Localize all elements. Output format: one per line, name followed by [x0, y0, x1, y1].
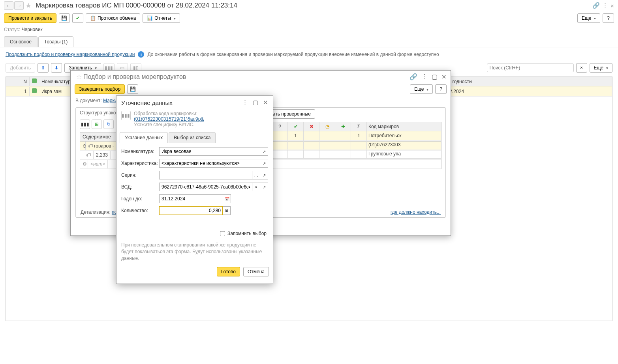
reports-dropdown[interactable]: 📊Отчеты [143, 13, 180, 23]
cell-expiry: 31.12.2024 [438, 87, 612, 96]
search-clear[interactable]: × [576, 63, 587, 73]
dialog-maximize-icon[interactable]: ▢ [432, 73, 438, 80]
move-down-button[interactable]: ⬇ [51, 63, 62, 73]
select-series-button[interactable]: … [252, 171, 260, 179]
rt-code: Потребительск [367, 131, 441, 140]
cancel-button[interactable]: Отмена [243, 267, 269, 276]
input-vsd[interactable] [159, 183, 252, 191]
x-icon: ✖ [310, 124, 314, 129]
doc-label: В документ: [75, 98, 102, 103]
detail-label: Детализация: [81, 209, 111, 215]
continue-scan-link[interactable]: Продолжить подбор и проверку маркированн… [6, 52, 135, 57]
post-button[interactable]: ✔ [72, 13, 83, 23]
expand-icon-btn[interactable]: ⊞ [92, 119, 102, 129]
input-series[interactable] [159, 171, 252, 179]
note-text: При последовательном сканировании такой … [116, 240, 273, 263]
info-text: До окончания работы в форме сканирования… [147, 52, 439, 57]
dialog-save-button[interactable]: 💾 [127, 84, 138, 94]
rt-code: (01)076223003 [367, 140, 441, 149]
close-icon[interactable]: × [610, 2, 614, 9]
m2-kebab-icon[interactable]: ⋮ [242, 99, 248, 106]
input-expiry-date[interactable] [159, 194, 223, 203]
remember-checkbox[interactable] [220, 231, 225, 236]
rt-col-x[interactable]: ✖ [304, 122, 319, 131]
tab-main[interactable]: Основное [4, 36, 38, 47]
dialog-more-button[interactable]: Еще [410, 84, 433, 94]
label-nomen: Номенклатура: [121, 149, 159, 154]
rt-row[interactable]: Групповые упа [272, 149, 441, 159]
doc-link[interactable]: Марки [103, 98, 117, 103]
nav-forward[interactable]: → [14, 1, 24, 10]
save-icon: 💾 [130, 86, 136, 92]
m2-maximize-icon[interactable]: ▢ [253, 99, 258, 106]
label-series: Серия: [121, 172, 159, 178]
rt-code: Групповые упа [367, 149, 441, 158]
post-icon: ✔ [76, 15, 80, 21]
arrow-left-icon: ← [6, 3, 11, 9]
sigma-icon: Σ [357, 124, 360, 129]
finish-selection-button[interactable]: Завершить подбор [75, 84, 125, 94]
cell-n: 1 [6, 87, 30, 96]
dialog-title: Подбор и проверка морепродуктов [83, 73, 186, 80]
m2-close-icon[interactable]: ✕ [263, 99, 268, 106]
marking-code-link[interactable]: (01)07622300315719(21)5au9p& [134, 116, 204, 122]
label-char: Характеристика: [121, 161, 159, 166]
open-series-button[interactable]: ↗ [260, 171, 268, 179]
link-icon[interactable]: 🔗 [592, 2, 600, 9]
gear-icon: ⚙ [83, 161, 87, 167]
rt-row[interactable]: (01)076223003 [272, 140, 441, 149]
hint-text-1: Обработка кода маркировки: [134, 111, 197, 116]
rt-col-pie[interactable]: ◔ [319, 122, 335, 131]
col-expiry[interactable]: Срок годности [438, 77, 612, 86]
calculator-icon: 🖩 [225, 209, 229, 213]
dialog-close-icon[interactable]: ✕ [441, 73, 447, 80]
detail-link-2[interactable]: где должно находить... [391, 209, 441, 215]
move-up-button[interactable]: ⬆ [38, 63, 49, 73]
kebab-icon[interactable]: ⋮ [602, 2, 608, 9]
grid-more-button[interactable]: Еще [590, 63, 612, 73]
dropdown-vsd-button[interactable]: ▾ [252, 183, 260, 191]
rt-col-sigma[interactable]: Σ [351, 122, 367, 131]
dialog-link-icon[interactable]: 🔗 [409, 73, 417, 80]
pie-icon: ◔ [325, 124, 329, 129]
report-icon: 📊 [147, 15, 153, 21]
rt-col-q[interactable]: ? [272, 122, 288, 131]
col-n[interactable]: N [6, 77, 30, 86]
dialog-help-button[interactable]: ? [435, 84, 447, 94]
open-nomen-button[interactable]: ↗ [260, 147, 268, 156]
post-and-close-button[interactable]: Провести и закрыть [4, 13, 56, 23]
arrow-up-icon: ⬆ [41, 65, 45, 71]
more-button[interactable]: Еще [577, 13, 600, 23]
dialog-kebab-icon[interactable]: ⋮ [421, 73, 428, 80]
calendar-icon: 📅 [225, 197, 229, 201]
barcode-icon-btn[interactable]: ▮▮▮ [80, 119, 90, 129]
col-status-icon[interactable] [30, 77, 39, 86]
tab-specify-data[interactable]: Указание данных [120, 132, 168, 143]
dialog-star-icon[interactable]: ☆ [76, 73, 82, 80]
tree-label: товаров - [91, 142, 117, 150]
input-char[interactable] [159, 159, 260, 168]
input-quantity[interactable] [159, 206, 223, 215]
save-button[interactable]: 💾 [59, 13, 70, 23]
input-nomen[interactable] [159, 147, 260, 156]
rt-col-plus[interactable]: ✚ [335, 122, 351, 131]
sub-head-content[interactable]: Содержимое [80, 133, 114, 141]
open-vsd-button[interactable]: ↗ [260, 183, 268, 191]
search-input[interactable] [487, 63, 574, 72]
rt-col-check[interactable]: ✔ [288, 122, 304, 131]
calendar-button[interactable]: 📅 [223, 194, 231, 203]
calculator-button[interactable]: 🖩 [223, 206, 231, 215]
help-button[interactable]: ? [603, 13, 614, 23]
open-char-button[interactable]: ↗ [260, 159, 268, 168]
refresh-icon-btn[interactable]: ↻ [103, 119, 114, 129]
tab-select-from-list[interactable]: Выбор из списка [169, 132, 216, 143]
tab-goods[interactable]: Товары (1) [38, 36, 73, 47]
label-qty: Количество: [121, 208, 159, 213]
favorite-star-icon[interactable]: ★ [25, 1, 32, 10]
nav-back[interactable]: ← [4, 1, 13, 10]
codes-table: ? ✔ ✖ ◔ ✚ Σ Код маркиров 11 Потребительс… [272, 122, 441, 159]
rt-row[interactable]: 11 Потребительск [272, 131, 441, 140]
rt-col-code[interactable]: Код маркиров [367, 122, 441, 131]
done-button[interactable]: Готово [217, 267, 240, 276]
protocol-button[interactable]: 📋Протокол обмена [86, 13, 140, 23]
